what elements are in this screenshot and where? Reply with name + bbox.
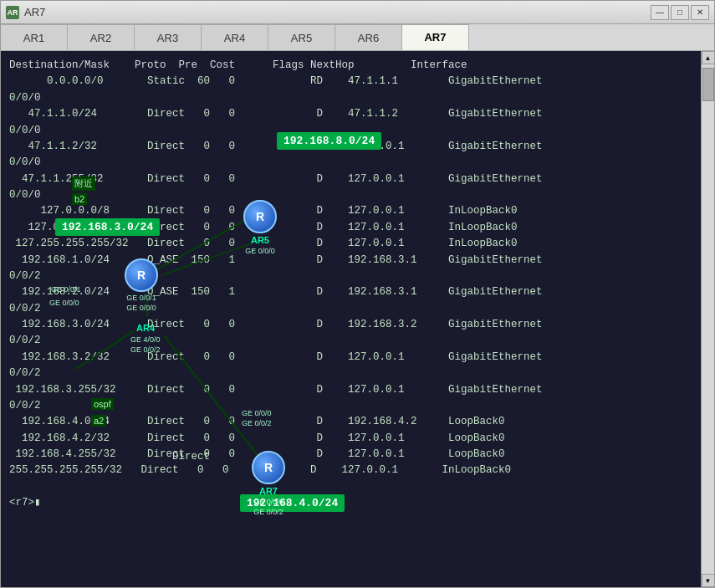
tab-ar7[interactable]: AR7 [402, 24, 469, 50]
main-window: AR AR7 — □ ✕ AR1 AR2 AR3 AR4 AR5 AR6 AR7… [0, 0, 715, 588]
table-row: 47.1.1.255/32 Direct 0 0 D 127.0.0.1 Gig… [9, 171, 692, 187]
table-header: Destination/Mask Proto Pre Cost Flags Ne… [9, 58, 692, 74]
tab-ar4[interactable]: AR4 [202, 24, 268, 50]
tab-ar6[interactable]: AR6 [335, 24, 402, 50]
table-row: 127.0.0.0/8 Direct 0 0 D 127.0.0.1 InLoo… [9, 203, 692, 219]
table-row-sub: 0/0/0 [9, 90, 692, 106]
table-row-sub: 0/0/2 [9, 268, 692, 284]
table-row: 127.255.255.255/32 Direct 0 0 D 127.0.0.… [9, 236, 692, 252]
title-bar-left: AR AR7 [6, 6, 45, 19]
tab-ar2[interactable]: AR2 [68, 24, 135, 50]
scroll-track[interactable] [702, 64, 714, 574]
scroll-down-button[interactable]: ▼ [702, 574, 715, 587]
table-row-sub: 0/0/2 [9, 333, 692, 349]
tab-ar1[interactable]: AR1 [1, 24, 68, 50]
scrollbar[interactable]: ▲ ▼ [701, 51, 714, 587]
table-row-sub: 0/0/0 [9, 155, 692, 171]
table-row-sub: 0/0/0 [9, 187, 692, 203]
tab-bar: AR1 AR2 AR3 AR4 AR5 AR6 AR7 [1, 24, 714, 51]
table-row: 47.1.1.2/32 Direct 0 0 D 127.0.0.1 Gigab… [9, 139, 692, 155]
table-row: 192.168.2.0/24 O_ASE 150 1 D 192.168.3.1… [9, 284, 692, 300]
table-row: 192.168.3.0/24 Direct 0 0 D 192.168.3.2 … [9, 317, 692, 333]
minimize-button[interactable]: — [651, 5, 669, 20]
title-bar: AR AR7 — □ ✕ [1, 1, 714, 24]
tab-ar3[interactable]: AR3 [135, 24, 202, 50]
blank-line [9, 479, 692, 495]
table-row: 127.0.0.1/32 Direct 0 0 D 127.0.0.1 InLo… [9, 220, 692, 236]
app-icon: AR [6, 6, 19, 19]
content-area: Destination/Mask Proto Pre Cost Flags Ne… [1, 51, 714, 587]
table-row-sub: 0/0/2 [9, 301, 692, 317]
window-controls: — □ ✕ [651, 5, 709, 20]
table-row: 192.168.4.2/32 Direct 0 0 D 127.0.0.1 Lo… [9, 431, 692, 447]
table-row-sub: 0/0/0 [9, 123, 692, 139]
close-button[interactable]: ✕ [691, 5, 709, 20]
table-row: 192.168.4.0/24 Direct 0 0 D 192.168.4.2 … [9, 414, 692, 430]
table-row: 255.255.255.255/32 Direct 0 0 D 127.0.0.… [9, 463, 692, 478]
table-row: 192.168.1.0/24 O_ASE 150 1 D 192.168.3.1… [9, 253, 692, 268]
terminal-prompt: <r7>▮ [9, 495, 692, 511]
table-row: 192.168.4.255/32 Direct 0 0 D 127.0.0.1 … [9, 447, 692, 463]
table-row-sub: 0/0/2 [9, 398, 692, 414]
scroll-thumb[interactable] [702, 68, 714, 101]
table-row: 0.0.0.0/0 Static 60 0 RD 47.1.1.1 Gigabi… [9, 74, 692, 89]
table-row: 192.168.3.255/32 Direct 0 0 D 127.0.0.1 … [9, 382, 692, 398]
terminal-output[interactable]: Destination/Mask Proto Pre Cost Flags Ne… [1, 51, 701, 587]
restore-button[interactable]: □ [671, 5, 689, 20]
table-row: 47.1.1.0/24 Direct 0 0 D 47.1.1.2 Gigabi… [9, 106, 692, 122]
tab-ar5[interactable]: AR5 [268, 24, 335, 50]
table-row: 192.168.3.2/32 Direct 0 0 D 127.0.0.1 Gi… [9, 350, 692, 366]
window-title: AR7 [24, 6, 45, 18]
scroll-up-button[interactable]: ▲ [702, 51, 715, 64]
table-row-sub: 0/0/2 [9, 366, 692, 381]
